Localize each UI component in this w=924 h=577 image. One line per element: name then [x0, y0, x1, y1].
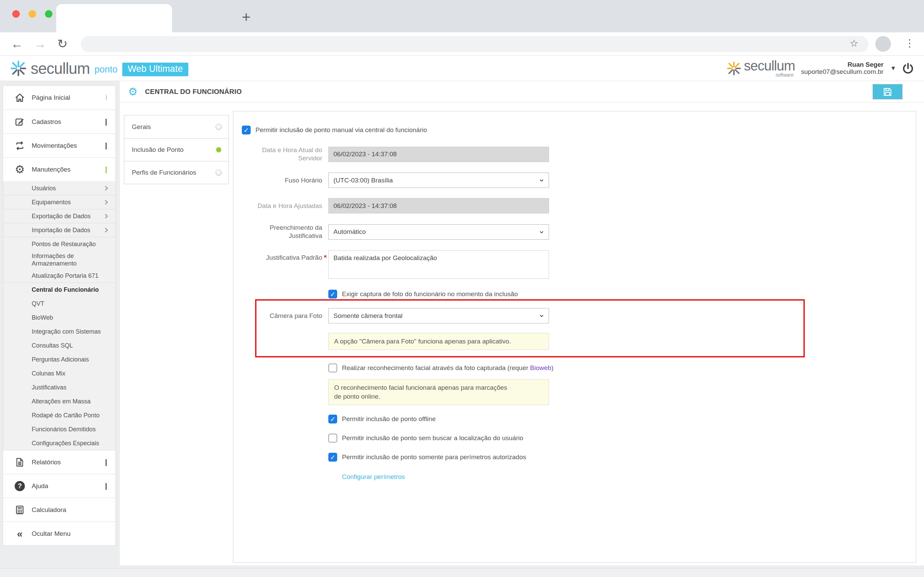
home-icon: [12, 93, 27, 103]
chevron-right-icon: [103, 185, 108, 190]
bioweb-link[interactable]: Bioweb: [530, 364, 551, 371]
chevron-down-icon: [106, 483, 107, 490]
require-photo-label: Exigir captura de foto do funcionário no…: [342, 290, 518, 298]
tab-state-indicator: [216, 147, 222, 153]
sidebar-item-manutencoes[interactable]: ⚙ Manutenções: [3, 157, 115, 181]
tab-state-indicator: [216, 124, 222, 130]
chevron-right-icon: [103, 200, 108, 205]
sidebar-item-ocultar-menu[interactable]: « Ocultar Menu: [3, 522, 115, 545]
address-bar[interactable]: ☆: [81, 36, 869, 52]
browser-tab[interactable]: [56, 4, 172, 32]
save-button[interactable]: [872, 84, 903, 99]
user-block[interactable]: Ruan Seger suporte07@secullum.com.br: [801, 61, 884, 76]
gear-icon: ⚙: [128, 85, 137, 98]
sidebar-item-cadastros[interactable]: Cadastros: [3, 110, 115, 134]
sidebar-item-movimentacoes[interactable]: Movimentações: [3, 134, 115, 157]
sidebar-subitem-central-do-funcionario[interactable]: Central do Funcionário: [3, 282, 115, 297]
tab-state-indicator: [216, 169, 222, 176]
default-justification-label: Justificativa Padrão: [242, 254, 322, 262]
forward-icon[interactable]: →: [34, 37, 46, 51]
offline-row: Permitir inclusão de ponto offline: [328, 414, 916, 424]
sidebar-subitem-funcionarios-demitidos[interactable]: Funcionários Demitidos: [3, 422, 115, 436]
sidebar-subitem-integracao-com-sistemas[interactable]: Integração com Sistemas: [3, 324, 115, 338]
sidebar-item-pagina-inicial[interactable]: Página Inicial: [3, 86, 115, 110]
logout-power-icon[interactable]: [901, 62, 914, 75]
page-title-bar: ⚙ CENTRAL DO FUNCIONÁRIO: [120, 81, 924, 103]
collapse-icon: «: [12, 530, 27, 538]
sidebar-subitem-configuracoes-especiais[interactable]: Configurações Especiais: [3, 436, 115, 450]
adjusted-datetime-row: Data e Hora Ajustadas 06/02/2023 - 14:37…: [242, 198, 916, 213]
sidebar-item-calculadora[interactable]: Calculadora: [3, 498, 115, 522]
minimize-window-icon[interactable]: [29, 10, 36, 18]
chevron-down-icon: [106, 119, 107, 126]
sidebar-subitem-consultas-sql[interactable]: Consultas SQL: [3, 338, 115, 352]
right-brand-name: secullum: [744, 59, 795, 72]
justification-fill-label: Preenchimento da Justificativa: [242, 224, 322, 240]
sidebar-subitem-justificativas[interactable]: Justificativas: [3, 380, 115, 394]
timezone-row: Fuso Horário (UTC-03:00) Brasília: [242, 172, 916, 188]
brand-name: secullum: [31, 59, 90, 77]
browser-toolbar: ← → ↻ ☆ ⋮: [0, 32, 924, 56]
chevron-down-icon: [106, 143, 107, 150]
new-tab-button[interactable]: +: [242, 11, 251, 23]
default-justification-row: Justificativa Padrão * Batida realizada …: [242, 250, 916, 279]
secullum-logo-icon: [10, 60, 27, 77]
sidebar-subitem-perguntas-adicionais[interactable]: Perguntas Adicionais: [3, 352, 115, 366]
sidebar-subitem-equipamentos[interactable]: Equipamentos: [3, 195, 115, 209]
require-photo-checkbox[interactable]: [328, 290, 337, 298]
chevron-down-icon: [106, 166, 107, 173]
tab-perfis-de-funcion-rios[interactable]: Perfis de Funcionários: [124, 161, 229, 184]
page-footer-strip: [0, 568, 924, 577]
configure-perimeters-link[interactable]: Configurar perímetros: [342, 473, 405, 480]
sidebar-subitem-rodape-do-cartao-ponto[interactable]: Rodapé do Cartão Ponto: [3, 408, 115, 422]
browser-profile-avatar[interactable]: [875, 36, 891, 52]
sidebar-subitem-informacoes-de-armazenamento[interactable]: Informações de Armazenamento: [3, 251, 115, 269]
camera-note: A opção "Câmera para Foto" funciona apen…: [328, 333, 549, 350]
sidebar-subitem-importacao-de-dados[interactable]: Importação de Dados: [3, 223, 115, 237]
allow-manual-checkbox[interactable]: [242, 126, 251, 134]
timezone-select[interactable]: (UTC-03:00) Brasília: [328, 172, 549, 188]
sidebar-subitem-exportacao-de-dados[interactable]: Exportação de Dados: [3, 209, 115, 223]
settings-tabs: Gerais Inclusão de Ponto Perfis de Funci…: [124, 115, 229, 184]
right-brand-sub: software: [775, 72, 793, 77]
bookmark-star-icon[interactable]: ☆: [850, 38, 858, 49]
sidebar-subitem-bioweb[interactable]: BioWeb: [3, 311, 115, 324]
justification-fill-row: Preenchimento da Justificativa Automátic…: [242, 224, 916, 240]
perimeter-only-row: Permitir inclusão de ponto somente para …: [328, 453, 916, 462]
window-controls[interactable]: [12, 10, 52, 18]
tab-gerais[interactable]: Gerais: [124, 115, 229, 138]
camera-highlight-rectangle: Câmera para Foto Somente câmera frontal …: [255, 299, 805, 358]
tab-inclus-o-de-ponto[interactable]: Inclusão de Ponto: [124, 138, 229, 161]
sidebar-item-relatorios[interactable]: Relatórios: [3, 450, 115, 474]
sidebar-subitem-atualizacao-portaria-671[interactable]: Atualização Portaria 671: [3, 269, 115, 282]
sidebar-item-ajuda[interactable]: ? Ajuda: [3, 474, 115, 498]
page-title: CENTRAL DO FUNCIONÁRIO: [145, 88, 242, 96]
browser-menu-icon[interactable]: ⋮: [905, 37, 915, 49]
server-datetime-row: Data e Hora Atual do Servidor 06/02/2023…: [242, 146, 916, 163]
sidebar-subitem-qvt[interactable]: QVT: [3, 297, 115, 311]
perimeter-only-checkbox[interactable]: [328, 453, 337, 462]
justification-fill-select[interactable]: Automático: [328, 224, 549, 240]
user-name: Ruan Seger: [801, 61, 884, 68]
gear-icon: ⚙: [12, 164, 27, 175]
allow-manual-row: Permitir inclusão de ponto manual via ce…: [242, 126, 916, 134]
sidebar-subitem-usuarios[interactable]: Usuários: [3, 181, 115, 195]
sidebar-subitem-alteracoes-em-massa[interactable]: Alterações em Massa: [3, 394, 115, 408]
default-justification-textarea[interactable]: Batida realizada por Geolocalização: [328, 250, 549, 279]
maximize-window-icon[interactable]: [45, 10, 52, 18]
camera-select[interactable]: Somente câmera frontal: [328, 308, 549, 323]
perimeter-only-label: Permitir inclusão de ponto somente para …: [342, 453, 526, 461]
sidebar-subitem-colunas-mix[interactable]: Colunas Mix: [3, 366, 115, 380]
offline-label: Permitir inclusão de ponto offline: [342, 415, 436, 423]
close-window-icon[interactable]: [12, 10, 20, 18]
reload-icon[interactable]: ↻: [57, 37, 68, 51]
chevron-down-icon: [106, 459, 107, 466]
back-icon[interactable]: ←: [11, 37, 23, 51]
offline-checkbox[interactable]: [328, 414, 337, 424]
facial-recognition-label: Realizar reconhecimento facial através d…: [342, 364, 554, 372]
facial-recognition-checkbox[interactable]: [328, 364, 337, 372]
sidebar-subitem-pontos-de-restauracao[interactable]: Pontos de Restauração: [3, 237, 115, 251]
user-menu-caret-icon[interactable]: ▼: [890, 65, 896, 72]
chevron-right-icon: [103, 228, 108, 232]
no-location-checkbox[interactable]: [328, 434, 337, 443]
